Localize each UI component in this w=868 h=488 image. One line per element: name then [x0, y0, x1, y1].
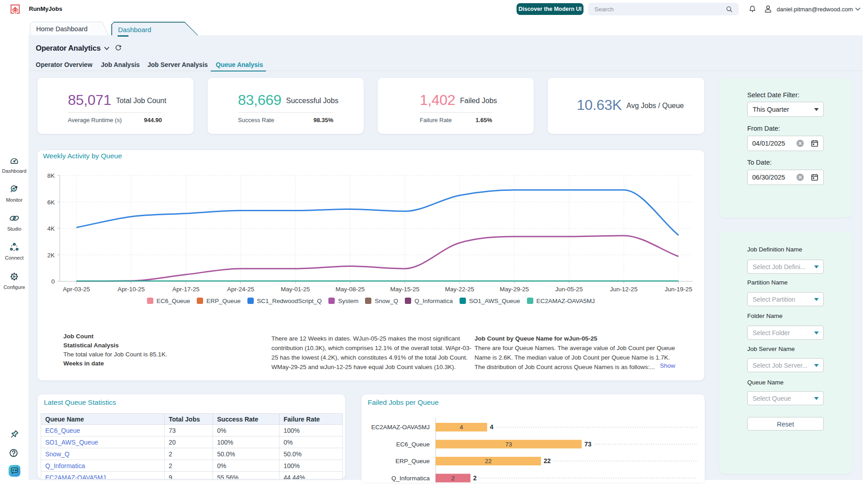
svg-text:6K: 6K [47, 199, 55, 206]
svg-text:73: 73 [584, 441, 592, 448]
svg-text:May-15-25: May-15-25 [390, 286, 420, 293]
svg-text:Jun-19-25: Jun-19-25 [665, 286, 693, 293]
svg-text:8K: 8K [47, 172, 55, 179]
svg-text:May-08-25: May-08-25 [336, 286, 365, 293]
svg-text:EC2AMAZ-OAVA5MJ: EC2AMAZ-OAVA5MJ [371, 424, 430, 431]
svg-text:0: 0 [51, 278, 55, 285]
svg-text:Apr-10-25: Apr-10-25 [118, 286, 145, 293]
svg-text:22: 22 [544, 457, 551, 464]
svg-text:Apr-17-25: Apr-17-25 [172, 286, 199, 293]
svg-text:Apr-24-25: Apr-24-25 [227, 286, 254, 293]
svg-text:2K: 2K [47, 252, 55, 259]
svg-text:Jun-12-25: Jun-12-25 [610, 286, 638, 293]
svg-text:Jun-05-25: Jun-05-25 [555, 286, 583, 293]
svg-text:4: 4 [460, 424, 463, 431]
svg-text:2: 2 [451, 475, 455, 482]
svg-text:ERP_Queue: ERP_Queue [395, 458, 430, 464]
svg-text:Q_Informatica: Q_Informatica [391, 475, 430, 482]
svg-text:2: 2 [473, 474, 477, 482]
svg-text:May-01-25: May-01-25 [281, 286, 310, 293]
svg-text:May-29-25: May-29-25 [500, 286, 529, 293]
svg-text:4: 4 [490, 423, 493, 431]
svg-text:73: 73 [505, 441, 512, 448]
svg-text:EC6_Queue: EC6_Queue [396, 441, 430, 448]
svg-text:May-22-25: May-22-25 [445, 286, 474, 293]
svg-text:Apr-03-25: Apr-03-25 [63, 286, 90, 293]
svg-text:4K: 4K [47, 225, 55, 232]
svg-text:22: 22 [485, 458, 492, 464]
